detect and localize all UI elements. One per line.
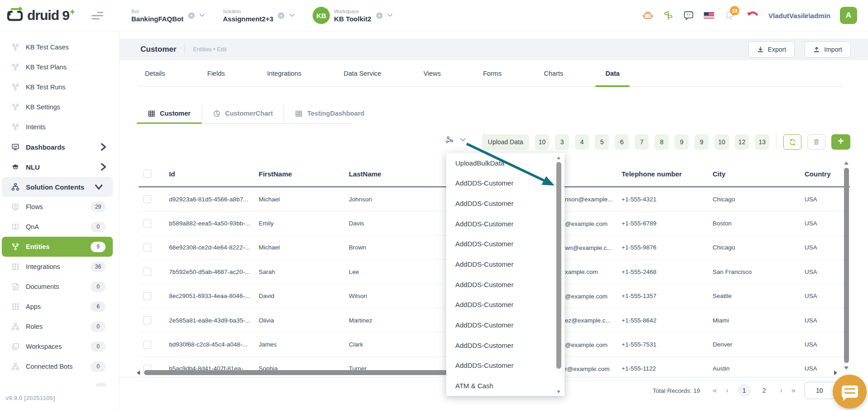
sidebar-item-nlu[interactable]: NLU (0, 157, 119, 177)
dropdown-scrollbar-thumb[interactable] (556, 162, 561, 369)
page-button-2[interactable]: 2 (757, 384, 771, 397)
row-checkbox[interactable] (143, 268, 151, 276)
tab-details[interactable]: Details (139, 60, 171, 87)
sidebar-item-entities[interactable]: Entities9 (2, 237, 113, 257)
toolbar-number-button-12[interactable]: 12 (735, 134, 749, 150)
row-checkbox[interactable] (143, 316, 151, 324)
subtab-customerchart[interactable]: CustomerChart (202, 103, 284, 123)
column-header-lastname[interactable]: LastName (349, 170, 446, 178)
tab-views[interactable]: Views (417, 60, 447, 87)
toolbar-number-button-10[interactable]: 10 (714, 134, 729, 150)
import-button[interactable]: Import (805, 41, 851, 58)
sidebar-item-dashboards[interactable]: Dashboards (0, 137, 119, 157)
tab-data-service[interactable]: Data Service (337, 60, 387, 87)
tab-integrations[interactable]: Integrations (260, 60, 308, 87)
toolbar-number-button-3[interactable]: 3 (555, 134, 569, 150)
workspace-settings-gear-icon[interactable] (376, 12, 383, 20)
sidebar-item-qna[interactable]: QnA0 (0, 217, 119, 237)
page-button-1[interactable]: 1 (738, 384, 751, 397)
column-header-country[interactable]: Country (805, 170, 850, 178)
toolbar-number-button-7[interactable]: 7 (635, 134, 649, 150)
sidebar-item-integrations[interactable]: Integrations36 (0, 257, 119, 277)
sidebar-item-connected-bots[interactable]: Connected Bots0 (0, 356, 119, 376)
column-header-telephone-number[interactable]: Telephone number (622, 170, 713, 178)
solution-settings-gear-icon[interactable] (277, 12, 285, 20)
scroll-right-arrow[interactable] (834, 371, 837, 375)
toolbar-number-button-13[interactable]: 13 (755, 134, 769, 150)
tab-charts[interactable]: Charts (538, 60, 570, 87)
bot-selector[interactable]: Bot BankingFAQBot (131, 9, 205, 23)
sidebar-item-kb-test-runs[interactable]: KB Test Runs (0, 77, 119, 97)
upload-data-button[interactable]: Upload Data (482, 134, 529, 150)
dropdown-item-uploadbulkdata-0[interactable]: UploadBulkData (446, 153, 564, 173)
chat-icon[interactable] (683, 10, 694, 21)
username[interactable]: VladutVasile\admin (768, 12, 830, 20)
dropdown-item-adddds-customer-4[interactable]: AddDDS-Customer (446, 234, 564, 254)
export-button[interactable]: Export (748, 41, 795, 58)
toolbar-number-button-8[interactable]: 8 (655, 134, 669, 150)
bot-settings-gear-icon[interactable] (188, 12, 195, 20)
scroll-down-arrow[interactable] (844, 366, 849, 370)
sidebar-item-intents[interactable]: Intents (0, 117, 119, 137)
toolbar-number-button-4[interactable]: 4 (575, 134, 589, 150)
column-header-id[interactable]: Id (169, 170, 259, 178)
dropdown-item-atm-cash-11[interactable]: ATM & Cash (446, 376, 564, 396)
subtab-testingdashboard[interactable]: TestingDashboard (284, 103, 375, 123)
dropdown-item-adddds-customer-8[interactable]: AddDDS-Customer (446, 315, 564, 335)
last-page-button[interactable]: » (791, 386, 796, 395)
refresh-button[interactable] (783, 134, 801, 150)
sidebar-item-kb-test-cases[interactable]: KB Test Cases (0, 37, 119, 57)
dropdown-item-adddds-customer-5[interactable]: AddDDS-Customer (446, 254, 564, 274)
subtab-customer[interactable]: Customer (137, 103, 202, 123)
row-checkbox[interactable] (143, 341, 151, 349)
toolbar-number-button-9[interactable]: 9 (675, 134, 689, 150)
row-checkbox[interactable] (143, 195, 151, 203)
tab-data[interactable]: Data (599, 60, 626, 87)
bot-tester-icon[interactable] (642, 10, 653, 21)
toolbar-number-button-5[interactable]: 5 (595, 134, 609, 150)
undo-arrow-icon[interactable] (745, 10, 759, 21)
menu-toggle-icon[interactable] (92, 12, 103, 20)
vertical-scrollbar-thumb[interactable] (844, 168, 849, 363)
language-flag-icon[interactable] (704, 12, 714, 19)
tab-fields[interactable]: Fields (201, 60, 231, 87)
dropdown-item-adddds-customer-7[interactable]: AddDDS-Customer (446, 295, 564, 315)
sidebar-item-documents[interactable]: Documents0 (0, 277, 119, 297)
sidebar-item-workspaces[interactable]: Workspaces0 (0, 337, 119, 356)
column-header-firstname[interactable]: FirstName (259, 170, 349, 178)
dropdown-scroll-down-arrow[interactable] (557, 390, 560, 393)
add-record-button[interactable]: + (831, 134, 850, 150)
scroll-up-arrow[interactable] (844, 161, 849, 165)
scroll-left-arrow[interactable] (137, 371, 140, 375)
notifications-bell-icon[interactable]: 33 (724, 10, 736, 21)
sidebar-item-kb-test-plans[interactable]: KB Test Plans (0, 57, 119, 77)
prev-page-button[interactable]: ‹ (726, 386, 728, 395)
actions-menu-trigger[interactable] (445, 136, 466, 144)
dropdown-item-adddds-customer-1[interactable]: AddDDS-Customer (446, 173, 564, 194)
dropdown-item-adddds-customer-6[interactable]: AddDDS-Customer (446, 274, 564, 295)
row-checkbox[interactable] (143, 220, 151, 228)
user-avatar[interactable]: A (840, 7, 857, 24)
flow-designer-icon[interactable] (663, 10, 674, 21)
tab-forms[interactable]: Forms (477, 60, 508, 87)
dropdown-item-adddds-customer-3[interactable]: AddDDS-Customer (446, 214, 564, 234)
horizontal-scrollbar-thumb[interactable] (144, 370, 461, 375)
column-header-city[interactable]: City (713, 170, 805, 178)
sidebar-item-apps[interactable]: Apps6 (0, 297, 119, 317)
toolbar-number-button-9[interactable]: 9 (694, 134, 709, 150)
dropdown-scroll-up-arrow[interactable] (557, 156, 560, 159)
dropdown-item-adddds-customer-10[interactable]: AddDDS-Customer (446, 356, 564, 376)
delete-button[interactable] (807, 134, 825, 150)
solution-selector[interactable]: Solution Assignment2+3 (223, 9, 294, 23)
next-page-button[interactable]: › (780, 386, 782, 395)
row-checkbox[interactable] (143, 244, 151, 252)
workspace-chevron-down-icon[interactable] (387, 14, 393, 17)
sidebar-item-roles[interactable]: Roles0 (0, 317, 119, 337)
bot-chevron-down-icon[interactable] (199, 14, 205, 17)
solution-chevron-down-icon[interactable] (289, 14, 294, 17)
chat-fab-button[interactable] (833, 375, 867, 409)
first-page-button[interactable]: « (713, 386, 717, 395)
sidebar-item-solution-contents[interactable]: Solution Contents (2, 177, 113, 197)
dropdown-item-adddds-customer-9[interactable]: AddDDS-Customer (446, 335, 564, 356)
toolbar-number-button-6[interactable]: 6 (615, 134, 629, 150)
